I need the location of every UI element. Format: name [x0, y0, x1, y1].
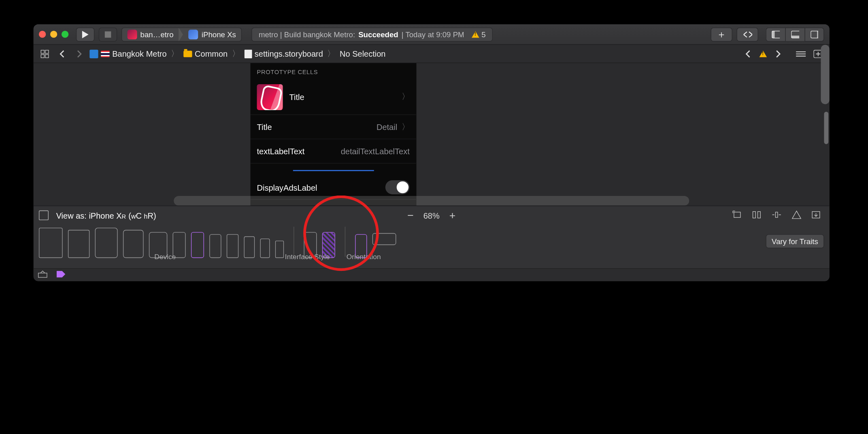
- device-iphone-xr[interactable]: [191, 232, 204, 258]
- vertical-scrollbar[interactable]: [824, 112, 828, 144]
- back-button[interactable]: [55, 48, 69, 60]
- activity-status[interactable]: metro | Build bangkok Metro: Succeeded |…: [252, 27, 493, 41]
- toggle-debug-area-button[interactable]: [785, 27, 805, 41]
- svg-rect-14: [753, 211, 756, 218]
- svg-marker-0: [82, 30, 89, 38]
- cell-title-label: textLabelText: [257, 147, 341, 156]
- flag-icon: [101, 51, 109, 57]
- issues-forward-button[interactable]: [771, 48, 785, 60]
- right-panel-icon: [811, 30, 818, 38]
- tag-icon[interactable]: [56, 269, 66, 281]
- adjust-editor-button[interactable]: [794, 48, 808, 60]
- prototype-cells-header: PROTOTYPE CELLS: [251, 63, 416, 79]
- view-as-label[interactable]: View as: iPhone XR (wC hR): [56, 211, 156, 220]
- toggle-device-bar-button[interactable]: [39, 211, 49, 220]
- svg-rect-10: [41, 54, 44, 57]
- svg-rect-3: [772, 31, 775, 38]
- folder-icon: [183, 51, 192, 57]
- zoom-in-button[interactable]: +: [449, 209, 456, 222]
- path-file-label: settings.storyboard: [255, 49, 323, 58]
- debug-bar: [34, 268, 830, 281]
- align-button[interactable]: [752, 210, 762, 220]
- zoom-window-button[interactable]: [62, 31, 68, 38]
- selected-divider: [293, 170, 374, 171]
- scheme-target-label: ban…etro: [140, 30, 174, 38]
- svg-rect-5: [791, 35, 799, 38]
- device-iphone-4s[interactable]: [275, 241, 284, 258]
- resolve-issues-button[interactable]: [792, 210, 802, 220]
- device-ipad-pro-11[interactable]: [68, 230, 89, 258]
- scheme-selector[interactable]: ban…etro iPhone Xs: [121, 27, 242, 41]
- warning-icon: [472, 31, 479, 38]
- svg-rect-11: [45, 54, 49, 57]
- issues-back-button[interactable]: [741, 48, 755, 60]
- cell-detail-label: detailTextLabelText: [341, 147, 410, 156]
- path-folder-label: Common: [195, 49, 228, 58]
- chevron-right-icon: 〉: [326, 49, 336, 59]
- device-iphone-8-plus[interactable]: [227, 234, 238, 258]
- path-folder[interactable]: Common: [183, 49, 228, 58]
- interface-style-group-label: Interface Style: [285, 253, 330, 261]
- path-selection[interactable]: No Selection: [340, 49, 385, 58]
- table-row[interactable]: textLabelText detailTextLabelText: [251, 139, 416, 164]
- device-iphone-8[interactable]: [244, 236, 255, 258]
- svg-rect-1: [105, 31, 111, 38]
- zoom-out-button[interactable]: −: [407, 209, 414, 222]
- window-scrollbar[interactable]: [821, 45, 829, 104]
- path-file[interactable]: settings.storyboard: [245, 49, 323, 58]
- chevron-right-icon: [179, 27, 183, 41]
- pin-constraints-button[interactable]: [771, 210, 782, 220]
- app-scheme-icon: [128, 30, 137, 39]
- cell-title-label: Title: [257, 122, 377, 132]
- close-window-button[interactable]: [39, 31, 46, 38]
- window-controls: [39, 31, 68, 38]
- storyboard-canvas[interactable]: PROTOTYPE CELLS Title 〉 Title Detail 〉 t…: [34, 63, 830, 206]
- vary-for-traits-button[interactable]: Vary for Traits: [766, 234, 824, 249]
- svg-rect-9: [45, 50, 49, 53]
- svg-rect-17: [38, 273, 47, 277]
- zoom-level[interactable]: 68%: [423, 211, 440, 220]
- scheme-device-label: iPhone Xs: [202, 30, 236, 38]
- app-icon: [257, 84, 283, 110]
- bottom-panel-icon: [791, 30, 799, 38]
- status-prefix: metro | Build bangkok Metro:: [259, 30, 355, 38]
- compare-icon: [742, 30, 752, 38]
- related-items-button[interactable]: [38, 48, 52, 60]
- toggle-inspector-button[interactable]: [805, 27, 824, 41]
- path-project[interactable]: Bangkok Metro: [89, 49, 166, 58]
- stop-icon: [105, 31, 111, 38]
- embed-in-button[interactable]: [732, 210, 742, 220]
- code-review-button[interactable]: [737, 27, 758, 41]
- horizontal-scrollbar[interactable]: [174, 196, 689, 206]
- table-row[interactable]: Title 〉: [251, 79, 416, 115]
- table-row: [251, 164, 416, 175]
- toggle-navigator-button[interactable]: [766, 27, 785, 41]
- forward-button[interactable]: [72, 48, 87, 60]
- titlebar: ban…etro iPhone Xs metro | Build bangkok…: [34, 24, 830, 45]
- device-ipad-10-5[interactable]: [95, 228, 118, 258]
- stop-button[interactable]: [99, 27, 117, 41]
- device-group-label: Device: [154, 253, 176, 261]
- chevron-right-icon: 〉: [170, 49, 180, 59]
- minimize-window-button[interactable]: [50, 31, 57, 38]
- device-iphone-se[interactable]: [260, 238, 270, 258]
- orientation-landscape[interactable]: [372, 233, 396, 245]
- orientation-group-label: Orientation: [347, 253, 381, 261]
- toggle-switch[interactable]: [385, 180, 410, 194]
- table-row[interactable]: Title Detail 〉: [251, 115, 416, 139]
- show-debug-button[interactable]: [38, 269, 47, 281]
- play-icon: [82, 30, 89, 38]
- device-iphone-xs[interactable]: [209, 234, 221, 258]
- library-button[interactable]: ＋: [711, 27, 732, 41]
- device-ipad-pro-12[interactable]: [39, 228, 63, 258]
- update-frames-button[interactable]: [811, 210, 821, 220]
- run-button[interactable]: [76, 27, 94, 41]
- jump-bar: Bangkok Metro 〉 Common 〉 settings.storyb…: [34, 45, 830, 63]
- warning-icon[interactable]: [760, 51, 767, 57]
- device-ipad-9-7[interactable]: [123, 230, 144, 258]
- svg-rect-15: [758, 211, 761, 218]
- disclosure-icon: 〉: [402, 122, 410, 132]
- warning-count: 5: [481, 30, 485, 38]
- status-result: Succeeded: [358, 30, 398, 38]
- status-suffix: | Today at 9:09 PM: [402, 30, 464, 38]
